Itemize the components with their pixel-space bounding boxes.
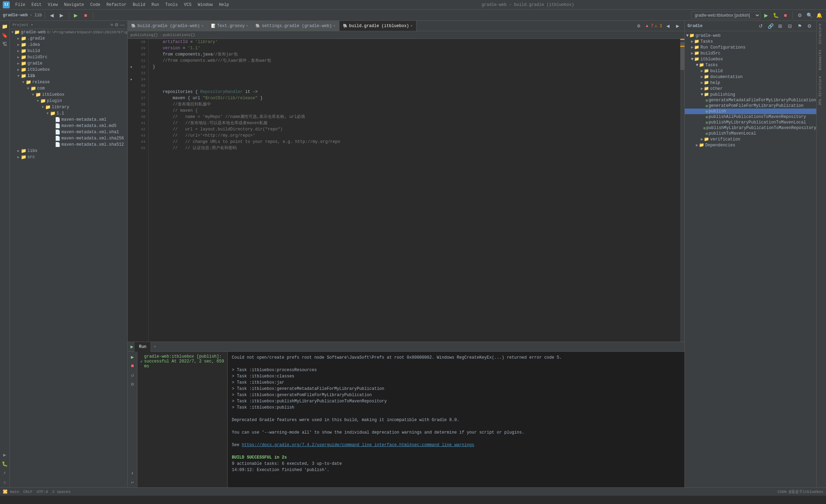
tree-item-1-1[interactable]: ▼ 📁 1.1 bbox=[10, 110, 127, 117]
run-all-button[interactable]: ▶ bbox=[72, 11, 80, 19]
gradle-item-verification[interactable]: ▶ 📁 verification bbox=[685, 136, 816, 142]
tab-text-groovy[interactable]: 📝 Text.groovy × bbox=[208, 21, 252, 31]
project-dropdown[interactable]: Project ▾ bbox=[12, 23, 33, 27]
gradle-settings-button[interactable]: ⚙ bbox=[805, 22, 814, 30]
menu-tools[interactable]: Tools bbox=[162, 2, 180, 8]
tree-item-libs[interactable]: ▶ 📁 libs bbox=[10, 148, 127, 154]
tree-item-com[interactable]: ▼ 📁 com bbox=[10, 85, 127, 92]
bookmark-icon[interactable]: 🔖 bbox=[1, 31, 9, 40]
right-label-jpa[interactable]: JPA Structure bbox=[817, 73, 826, 109]
run-settings-icon[interactable]: ⚙ bbox=[129, 380, 136, 388]
settings-panel-button[interactable]: ⚙ bbox=[115, 22, 119, 27]
debug-icon[interactable]: 🐛 bbox=[1, 460, 9, 468]
tree-item-lib[interactable]: ▼ 📁 lib bbox=[10, 73, 127, 79]
tree-item-maven-metadata-md5[interactable]: ▶ 📄 maven-metadata.xml.md5 bbox=[10, 123, 127, 129]
gradle-item-run-configs[interactable]: ▶ 📁 Run Configurations bbox=[685, 44, 816, 50]
tab-close-build-web[interactable]: × bbox=[201, 24, 204, 28]
notifications-button[interactable]: 🔔 bbox=[815, 11, 823, 19]
tab-build-gradle-itbluebox[interactable]: 🐘 build.gradle (itbluebox) × bbox=[339, 21, 416, 31]
gradle-item-publish-maven-local[interactable]: ⚙ publishToMavenLocal bbox=[685, 131, 816, 136]
tree-item-maven-metadata-sha512[interactable]: ▶ 📄 maven-metadata.xml.sha512 bbox=[10, 142, 127, 148]
tree-item-build-root[interactable]: ▶ 📁 build bbox=[10, 48, 127, 54]
collapse-all-button[interactable]: ≡ bbox=[110, 22, 113, 27]
run-tab-close[interactable]: × bbox=[154, 345, 156, 349]
tab-settings-button[interactable]: ⚙ bbox=[635, 22, 643, 30]
tree-item-root[interactable]: ▼ 📁 gradle-web D:\ProgramWorkSpace\IDEA\… bbox=[10, 29, 127, 35]
gradle-item-publish-all[interactable]: ⚙ publishAllPublicationsToMavenRepositor… bbox=[685, 114, 816, 120]
menu-build[interactable]: Build bbox=[130, 2, 148, 8]
run-config-debug[interactable]: 🐛 bbox=[772, 11, 780, 19]
run-stop-icon[interactable]: ■ bbox=[129, 362, 136, 370]
run-wrap-icon[interactable]: ↩ bbox=[129, 478, 136, 486]
breadcrumb-publications[interactable]: publications{} bbox=[163, 33, 195, 37]
menu-navigate[interactable]: Navigate bbox=[61, 2, 87, 8]
gradle-item-publish-repo[interactable]: ⚙ publishMyLibraryPublicationToMavenRepo… bbox=[685, 125, 816, 131]
tab-build-gradle-web[interactable]: 🐘 build.gradle (gradle-web) × bbox=[128, 21, 208, 31]
tree-item-gradle-folder[interactable]: ▶ 📁 gradle bbox=[10, 60, 127, 67]
gradle-item-buildsrc-gradle[interactable]: ▶ 📁 buildSrc bbox=[685, 50, 816, 56]
forward-button[interactable]: ▶ bbox=[58, 11, 66, 19]
tree-item-maven-metadata-sha1[interactable]: ▶ 📄 maven-metadata.xml.sha1 bbox=[10, 129, 127, 135]
close-panel-button[interactable]: — bbox=[120, 22, 125, 27]
tree-item-plugin[interactable]: ▼ 📁 plugin bbox=[10, 98, 127, 104]
tree-item-maven-metadata-sha256[interactable]: ▶ 📄 maven-metadata.xml.sha256 bbox=[10, 135, 127, 142]
gradle-item-other[interactable]: ▶ 📁 other bbox=[685, 86, 816, 92]
tab-close-text-groovy[interactable]: × bbox=[246, 24, 248, 28]
gradle-refresh-button[interactable]: ↺ bbox=[757, 22, 765, 30]
menu-vcs[interactable]: VCS bbox=[181, 2, 194, 8]
run-scroll-icon[interactable]: ⬇ bbox=[129, 469, 136, 477]
nav-next-button[interactable]: ▶ bbox=[673, 22, 682, 30]
menu-refactor[interactable]: Refactor bbox=[104, 2, 129, 8]
stop-button[interactable]: ■ bbox=[82, 11, 90, 19]
problems-icon[interactable]: ⚠ bbox=[1, 478, 9, 486]
menu-run[interactable]: Run bbox=[149, 2, 162, 8]
tree-item-gradle-dir[interactable]: ▶ 📁 .gradle bbox=[10, 35, 127, 42]
menu-code[interactable]: Code bbox=[87, 2, 103, 8]
settings-button[interactable]: ⚙ bbox=[795, 11, 804, 19]
code-editor[interactable]: artifactId = 'library' version = '1.1' f… bbox=[149, 39, 680, 342]
run-tab[interactable]: Run bbox=[135, 342, 151, 352]
gradle-expand-button[interactable]: ⊞ bbox=[776, 22, 784, 30]
menu-help[interactable]: Help bbox=[216, 2, 232, 8]
gradle-item-dependencies[interactable]: ▶ 📁 Dependencies bbox=[685, 142, 816, 148]
menu-file[interactable]: File bbox=[12, 2, 28, 8]
run-config-dropdown[interactable]: gradle-web:itbluebox [publish] bbox=[691, 11, 760, 19]
services-icon[interactable]: ⚡ bbox=[1, 469, 9, 477]
right-label-structure[interactable]: Structure bbox=[817, 21, 826, 47]
project-icon[interactable]: 📁 bbox=[1, 22, 9, 31]
run-output-link[interactable]: https://docs.gradle.org/7.4.2/userguide/… bbox=[242, 443, 474, 447]
menu-window[interactable]: Window bbox=[195, 2, 216, 8]
back-button[interactable]: ◀ bbox=[48, 11, 56, 19]
editor-scrollbar[interactable] bbox=[680, 39, 684, 342]
gradle-item-publish-local[interactable]: ⚙ publishMyLibraryPublicationToMavenLoca… bbox=[685, 120, 816, 125]
tree-item-buildsrc[interactable]: ▶ 📁 buildSrc bbox=[10, 54, 127, 60]
run-rerun-icon[interactable]: ↺ bbox=[129, 371, 136, 379]
status-crlf[interactable]: CRLF bbox=[23, 490, 32, 494]
tree-item-src[interactable]: ▶ 📁 src bbox=[10, 154, 127, 160]
menu-view[interactable]: View bbox=[45, 2, 61, 8]
nav-prev-button[interactable]: ◀ bbox=[664, 22, 672, 30]
right-label-bookmarks[interactable]: Bookmarks bbox=[817, 47, 826, 73]
run-config-stop[interactable]: ■ bbox=[781, 11, 790, 19]
gradle-item-tasks-itbluebox[interactable]: ▼ 📁 Tasks bbox=[685, 62, 816, 68]
gradle-item-publish[interactable]: ⚙ publish bbox=[685, 109, 816, 114]
tab-close-settings-web[interactable]: × bbox=[333, 24, 336, 28]
status-indent[interactable]: 2 spaces bbox=[52, 490, 70, 494]
structure-icon[interactable]: 🏗 bbox=[1, 40, 9, 49]
gradle-item-documentation[interactable]: ▶ 📁 documentation bbox=[685, 74, 816, 80]
gradle-collapse-button[interactable]: ⊟ bbox=[786, 22, 794, 30]
tree-item-release[interactable]: ▼ 📁 release bbox=[10, 79, 127, 85]
search-everywhere-button[interactable]: 🔍 bbox=[805, 11, 814, 19]
run-icon[interactable]: ▶ bbox=[1, 451, 9, 459]
tab-settings-gradle-web[interactable]: 🐘 settings.gradle (gradle-web) × bbox=[252, 21, 339, 31]
tree-item-idea[interactable]: ▶ 📁 .idea bbox=[10, 42, 127, 48]
gradle-item-generate-pom[interactable]: ⚙ generatePomFileForMyLibraryPublication bbox=[685, 103, 816, 109]
gradle-item-itbluebox[interactable]: ▼ 📁 itbluebox bbox=[685, 56, 816, 62]
gradle-item-publishing[interactable]: ▼ 📁 publishing bbox=[685, 92, 816, 97]
tree-item-library[interactable]: ▼ 📁 library bbox=[10, 104, 127, 110]
gradle-item-root[interactable]: ▼ 📁 gradle-web bbox=[685, 33, 816, 39]
run-item-publish[interactable]: ✓ gradle-web:itbluebox [publish]: succes… bbox=[137, 353, 227, 370]
gradle-item-tasks[interactable]: ▶ 📁 Tasks bbox=[685, 39, 816, 44]
breadcrumb-publishing[interactable]: publishing{} bbox=[130, 33, 158, 37]
gradle-item-generate-metadata[interactable]: ⚙ generateMetadataFileForMyLibraryPublic… bbox=[685, 97, 816, 103]
